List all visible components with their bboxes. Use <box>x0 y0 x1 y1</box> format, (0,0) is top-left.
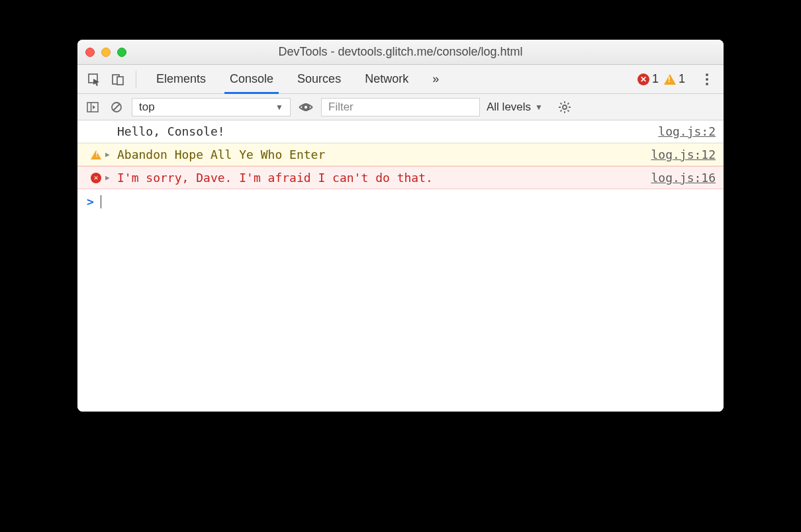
svg-line-16 <box>560 110 561 111</box>
expand-toggle[interactable]: ▶ <box>105 150 115 159</box>
zoom-window-button[interactable] <box>117 48 126 57</box>
devtools-window: DevTools - devtools.glitch.me/console/lo… <box>77 40 724 412</box>
execution-context-select[interactable]: top ▼ <box>132 98 291 116</box>
message-source-link[interactable]: log.js:2 <box>658 124 716 138</box>
main-tab-bar: Elements Console Sources Network » ✕ 1 1 <box>77 65 724 94</box>
traffic-lights <box>85 48 126 57</box>
toggle-console-sidebar-icon[interactable] <box>84 99 101 116</box>
tab-console[interactable]: Console <box>218 65 285 93</box>
inspect-element-icon[interactable] <box>84 69 104 89</box>
more-options-button[interactable] <box>697 69 717 89</box>
svg-line-6 <box>113 104 120 111</box>
tabs-overflow-button[interactable]: » <box>420 65 451 93</box>
svg-line-14 <box>560 103 561 104</box>
execution-context-value: top <box>139 101 155 114</box>
console-output: Hello, Console! log.js:2 ▶ Abandon Hope … <box>77 120 724 412</box>
device-toolbar-icon[interactable] <box>108 69 128 89</box>
warning-icon <box>91 150 101 159</box>
titlebar: DevTools - devtools.glitch.me/console/lo… <box>77 40 724 65</box>
chevron-down-icon: ▼ <box>275 103 283 112</box>
error-count: 1 <box>652 72 659 86</box>
message-text: Abandon Hope All Ye Who Enter <box>115 148 651 161</box>
console-toolbar: top ▼ All levels ▼ <box>77 94 724 120</box>
svg-line-17 <box>567 103 569 104</box>
warning-count: 1 <box>679 72 685 86</box>
tab-elements[interactable]: Elements <box>144 65 218 93</box>
filter-input[interactable] <box>321 98 480 116</box>
error-icon: ✕ <box>91 173 101 183</box>
prompt-chevron-icon: > <box>87 195 94 208</box>
svg-line-15 <box>567 110 569 111</box>
close-window-button[interactable] <box>85 48 95 57</box>
message-source-link[interactable]: log.js:12 <box>651 148 716 161</box>
message-gutter: ✕ <box>87 173 105 183</box>
console-prompt[interactable]: > <box>77 189 724 214</box>
kebab-icon <box>702 73 712 85</box>
clear-console-icon[interactable] <box>108 99 125 116</box>
svg-point-9 <box>563 105 567 109</box>
minimize-window-button[interactable] <box>101 48 111 57</box>
error-badge-icon: ✕ <box>637 73 649 85</box>
window-title: DevTools - devtools.glitch.me/console/lo… <box>77 45 724 59</box>
svg-rect-2 <box>117 77 123 85</box>
message-text: I'm sorry, Dave. I'm afraid I can't do t… <box>115 171 651 185</box>
message-gutter <box>87 150 105 159</box>
log-levels-select[interactable]: All levels ▼ <box>487 101 543 114</box>
tabs: Elements Console Sources Network » <box>144 65 451 93</box>
message-source-link[interactable]: log.js:16 <box>651 171 716 185</box>
log-levels-label: All levels <box>487 101 531 114</box>
issue-counts[interactable]: ✕ 1 1 <box>637 72 685 86</box>
message-text: Hello, Console! <box>115 124 658 138</box>
chevron-down-icon: ▼ <box>535 103 543 112</box>
tab-network[interactable]: Network <box>353 65 420 93</box>
divider <box>136 71 136 88</box>
console-message-error[interactable]: ✕ ▶ I'm sorry, Dave. I'm afraid I can't … <box>77 166 724 189</box>
console-settings-icon[interactable] <box>556 99 573 116</box>
console-message-warning[interactable]: ▶ Abandon Hope All Ye Who Enter log.js:1… <box>77 143 724 166</box>
live-expression-icon[interactable] <box>297 99 314 116</box>
svg-point-8 <box>305 105 307 108</box>
text-cursor <box>101 195 101 208</box>
tab-sources[interactable]: Sources <box>285 65 353 93</box>
warning-badge-icon <box>664 74 676 85</box>
expand-toggle[interactable]: ▶ <box>105 173 115 182</box>
console-message-log[interactable]: Hello, Console! log.js:2 <box>77 120 724 143</box>
